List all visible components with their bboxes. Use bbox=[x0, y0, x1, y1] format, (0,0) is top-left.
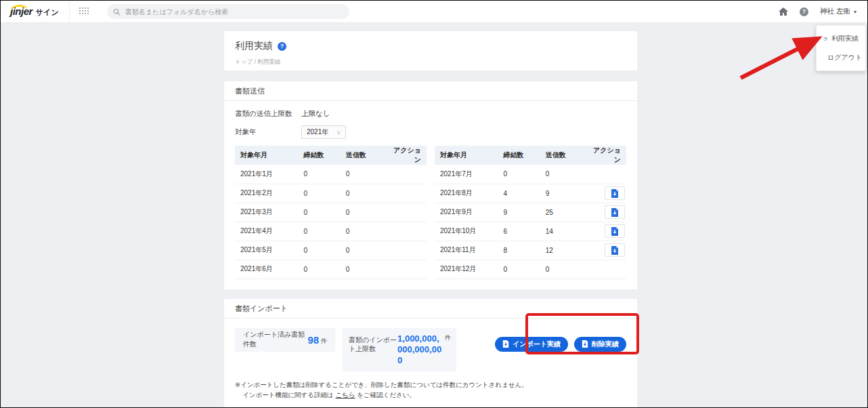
table-row: 2021年5月00 bbox=[235, 241, 427, 260]
monthly-tables: 対象年月 締結数 送信数 アクション 2021年1月002021年2月00202… bbox=[235, 146, 626, 279]
table-row: 2021年7月00 bbox=[435, 165, 626, 184]
import-results-button[interactable]: インポート実績 bbox=[495, 337, 568, 352]
year-select[interactable]: 2021年 ∨ bbox=[301, 125, 346, 139]
file-download-icon bbox=[611, 246, 619, 255]
cell-sent: 0 bbox=[341, 165, 383, 184]
import-limit-box: 書類のインポート上限数 1,000,000,000,000,000 件 bbox=[342, 328, 456, 372]
cell-action bbox=[582, 165, 626, 184]
cell-sent: 0 bbox=[540, 165, 582, 184]
file-download-icon bbox=[611, 189, 619, 198]
download-report-button[interactable] bbox=[605, 205, 625, 219]
send-limit-label: 書類の送信上限数 bbox=[235, 109, 301, 119]
imported-count-unit: 件 bbox=[321, 337, 327, 346]
header-action: アクション bbox=[582, 146, 626, 165]
send-section-title: 書類送信 bbox=[224, 81, 637, 101]
cell-concluded: 0 bbox=[298, 241, 340, 260]
file-download-icon bbox=[582, 340, 588, 348]
button-label: 削除実績 bbox=[592, 340, 619, 349]
year-select-value: 2021年 bbox=[307, 127, 328, 137]
note-line2-before: インポート機能に関する詳細は bbox=[242, 391, 335, 399]
cell-action bbox=[383, 165, 427, 184]
top-header: jinjer サイン ? 神社 左衛 ▾ bbox=[1, 1, 867, 23]
table-row: 2021年1月00 bbox=[235, 165, 427, 184]
target-year-row: 対象年 2021年 ∨ bbox=[235, 125, 626, 139]
delete-results-button[interactable]: 削除実績 bbox=[574, 337, 626, 352]
cell-month: 2021年4月 bbox=[235, 222, 298, 241]
header-sent: 送信数 bbox=[341, 146, 383, 165]
cell-month: 2021年12月 bbox=[435, 260, 498, 279]
button-label: インポート実績 bbox=[513, 340, 561, 349]
menu-item-label: ログアウト bbox=[827, 53, 862, 62]
table-row: 2021年4月00 bbox=[235, 222, 427, 241]
cell-concluded: 0 bbox=[498, 165, 540, 184]
document-import-card: 書類インポート インポート済み書類件数 98 件 書類のインポート上限数 1,0… bbox=[224, 299, 637, 408]
cell-action bbox=[582, 222, 626, 241]
file-download-icon bbox=[611, 208, 619, 217]
home-icon[interactable] bbox=[779, 7, 788, 16]
monthly-table-first-half: 対象年月 締結数 送信数 アクション 2021年1月002021年2月00202… bbox=[235, 146, 427, 279]
table-row: 2021年6月00 bbox=[235, 260, 427, 279]
import-limit-value: 1,000,000,000,000,000 bbox=[397, 333, 443, 367]
header-right: ? 神社 左衛 ▾ bbox=[779, 7, 867, 16]
table-row: 2021年11月812 bbox=[435, 241, 626, 260]
table-row: 2021年12月00 bbox=[435, 260, 626, 279]
search-input[interactable] bbox=[124, 7, 343, 16]
import-note: ※インポートした書類は削除することができ、削除した書類については件数にカウントさ… bbox=[235, 380, 626, 400]
cell-action bbox=[383, 184, 427, 203]
logo-brand-wrap: jinjer bbox=[10, 5, 32, 18]
cell-action bbox=[383, 222, 427, 241]
cell-concluded: 0 bbox=[498, 260, 540, 279]
cell-month: 2021年3月 bbox=[235, 203, 298, 222]
table-row: 2021年9月925 bbox=[435, 203, 626, 222]
details-link[interactable]: こちら bbox=[335, 391, 355, 399]
import-action-buttons: インポート実績 削除実績 bbox=[495, 337, 626, 352]
chevron-down-icon: ▾ bbox=[854, 9, 856, 15]
download-report-button[interactable] bbox=[605, 243, 625, 257]
cell-month: 2021年6月 bbox=[235, 260, 298, 279]
header-month: 対象年月 bbox=[235, 146, 298, 165]
cell-action bbox=[582, 260, 626, 279]
cell-month: 2021年1月 bbox=[235, 165, 298, 184]
import-section-title: 書類インポート bbox=[224, 299, 637, 319]
app-screen: jinjer サイン ? 神社 左衛 ▾ 利用実績 bbox=[0, 0, 868, 408]
cell-month: 2021年5月 bbox=[235, 241, 298, 260]
table-header-row: 対象年月 締結数 送信数 アクション bbox=[235, 146, 427, 165]
file-download-icon bbox=[611, 227, 619, 236]
monthly-table-second-half: 対象年月 締結数 送信数 アクション 2021年7月002021年8月49202… bbox=[435, 146, 626, 279]
breadcrumb: トップ / 利用実績 bbox=[235, 58, 626, 66]
apps-menu-button[interactable] bbox=[70, 1, 100, 23]
usage-pie-icon bbox=[823, 35, 827, 43]
jinjer-sign-logo[interactable]: jinjer サイン bbox=[1, 1, 69, 23]
send-section-body: 書類の送信上限数 上限なし 対象年 2021年 ∨ 対象年月 bbox=[224, 101, 637, 289]
logo-product: サイン bbox=[36, 7, 59, 18]
cell-sent: 0 bbox=[341, 222, 383, 241]
cell-month: 2021年2月 bbox=[235, 184, 298, 203]
download-report-button[interactable] bbox=[605, 186, 625, 200]
page-help-icon[interactable]: ? bbox=[278, 42, 286, 51]
page-title: 利用実績 ? bbox=[235, 40, 626, 52]
cell-concluded: 6 bbox=[498, 222, 540, 241]
cell-concluded: 8 bbox=[498, 241, 540, 260]
cell-concluded: 0 bbox=[298, 222, 340, 241]
document-send-card: 書類送信 書類の送信上限数 上限なし 対象年 2021年 ∨ bbox=[224, 81, 637, 289]
user-menu-trigger[interactable]: 神社 左衛 ▾ bbox=[820, 7, 856, 16]
table-row: 2021年8月49 bbox=[435, 184, 626, 203]
menu-item-logout[interactable]: ログアウト bbox=[817, 48, 865, 67]
imported-count-label: インポート済み書類件数 bbox=[243, 330, 307, 349]
menu-item-usage[interactable]: 利用実績 bbox=[817, 29, 865, 48]
help-icon[interactable]: ? bbox=[800, 7, 808, 16]
table-row: 2021年10月614 bbox=[435, 222, 626, 241]
cell-concluded: 0 bbox=[298, 184, 340, 203]
search-bar[interactable] bbox=[107, 4, 349, 19]
cell-concluded: 0 bbox=[298, 260, 340, 279]
note-line2-after: をご確認ください。 bbox=[355, 391, 416, 399]
cell-month: 2021年9月 bbox=[435, 203, 498, 222]
cell-sent: 0 bbox=[540, 260, 582, 279]
header-month: 対象年月 bbox=[435, 146, 498, 165]
table-header-row: 対象年月 締結数 送信数 アクション bbox=[435, 146, 626, 165]
download-report-button[interactable] bbox=[605, 224, 625, 238]
page-title-card: 利用実績 ? トップ / 利用実績 bbox=[224, 31, 637, 70]
table-row: 2021年3月00 bbox=[235, 203, 427, 222]
import-limit-label: 書類のインポート上限数 bbox=[349, 333, 397, 367]
cell-action bbox=[582, 184, 626, 203]
